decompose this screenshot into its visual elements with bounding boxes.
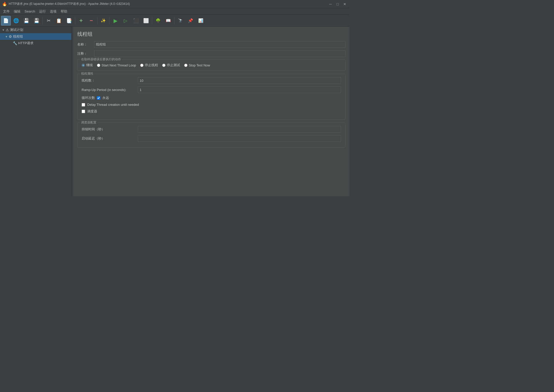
loop-count-row: 循环次数 永远: [82, 96, 341, 100]
radio-start-next-loop-input[interactable]: [97, 64, 100, 67]
duration-input[interactable]: [138, 126, 341, 133]
toolbar-function-helper[interactable]: 📊: [196, 16, 206, 26]
toolbar-sep-1: [42, 17, 43, 25]
toolbar-copy[interactable]: 📋: [54, 16, 64, 26]
content-area: 线程组 名称： 注释： 在取样器错误后要执行的动作 继续 Start Next …: [73, 27, 349, 196]
test-plan-icon: ⚠: [6, 28, 9, 32]
start-delay-input[interactable]: [138, 135, 341, 142]
ramp-up-label: Ramp-Up Period (in seconds):: [82, 88, 138, 92]
radio-continue-input[interactable]: [82, 64, 85, 67]
start-delay-label: 启动延迟（秒）: [82, 136, 138, 141]
radio-stop-test[interactable]: 停止测试: [162, 63, 180, 67]
title-bar-left: 🔥 HTTP请求.jmx (E:\apache-jmeter-4.0\bin\H…: [2, 2, 130, 6]
http-request-label: HTTP请求: [18, 41, 34, 45]
toolbar-binoculars[interactable]: 🔭: [175, 16, 185, 26]
app-icon: 🔥: [2, 2, 7, 6]
thread-group-icon: ⚙: [9, 34, 12, 39]
toolbar-sep-2: [75, 17, 75, 25]
start-delay-row: 启动延迟（秒）: [82, 135, 341, 142]
radio-stop-test-input[interactable]: [162, 64, 165, 67]
tree-toggle-thread-group[interactable]: ▼: [5, 35, 9, 38]
toolbar-start-no-pause[interactable]: ▷: [121, 16, 130, 26]
toolbar-stop-pause[interactable]: ⬛: [131, 16, 141, 26]
toolbar-remove[interactable]: −: [86, 16, 96, 26]
radio-start-next-loop-label: Start Next Thread Loop: [102, 63, 136, 67]
radio-start-next-loop[interactable]: Start Next Thread Loop: [97, 63, 136, 67]
delay-thread-row: Delay Thread creation until needed: [82, 103, 341, 107]
title-bar-controls: ─ □ ✕: [328, 2, 347, 7]
radio-continue-label: 继续: [86, 63, 93, 67]
toolbar-remote-start[interactable]: 📌: [186, 16, 195, 26]
toolbar-results-tree[interactable]: 🌳: [153, 16, 163, 26]
menu-help[interactable]: 帮助: [59, 9, 69, 14]
test-plan-label: 测试计划: [10, 28, 23, 32]
thread-count-input[interactable]: [138, 77, 341, 84]
toolbar-save[interactable]: 💾: [32, 16, 41, 26]
toolbar-sep-6: [174, 17, 174, 25]
toolbar-cut[interactable]: ✂: [44, 16, 53, 26]
error-action-radio-group: 继续 Start Next Thread Loop 停止线程 停止测试 Stop…: [82, 63, 341, 67]
title-text: HTTP请求.jmx (E:\apache-jmeter-4.0\bin\HTT…: [9, 2, 130, 6]
toolbar-sep-5: [152, 17, 152, 25]
close-button[interactable]: ✕: [342, 2, 347, 7]
comment-row: 注释：: [77, 50, 345, 57]
menu-edit[interactable]: 编辑: [12, 9, 23, 14]
title-bar: 🔥 HTTP请求.jmx (E:\apache-jmeter-4.0\bin\H…: [0, 0, 349, 8]
sidebar-item-thread-group[interactable]: ▼ ⚙ 线程组: [0, 33, 71, 40]
toolbar-paste[interactable]: 📑: [64, 16, 74, 26]
name-input[interactable]: [94, 41, 345, 48]
radio-continue[interactable]: 继续: [82, 63, 93, 67]
toolbar: 📄 🌐 💾 💾 ✂ 📋 📑 + − ✨ ▶ ▷ ⬛ ⬜ 🌳 📖 🔭 📌 📊: [0, 15, 349, 27]
scheduler-row: 调度器: [82, 109, 341, 114]
toolbar-log-viewer[interactable]: 📖: [163, 16, 173, 26]
delay-thread-label: Delay Thread creation until needed: [87, 103, 139, 107]
radio-stop-test-now-input[interactable]: [184, 64, 187, 67]
radio-stop-thread-input[interactable]: [140, 64, 143, 67]
scheduler-checkbox[interactable]: [82, 110, 85, 113]
main-layout: ▼ ⚠ 测试计划 ▼ ⚙ 线程组 ▶ 🔧 HTTP请求 ⋮ 线程组 名称： 注释…: [0, 27, 349, 196]
error-action-group: 在取样器错误后要执行的动作 继续 Start Next Thread Loop …: [77, 60, 345, 71]
radio-stop-test-label: 停止测试: [167, 63, 180, 67]
thread-count-row: 线程数：: [82, 77, 341, 84]
toolbar-open[interactable]: 🌐: [11, 16, 21, 26]
radio-stop-thread[interactable]: 停止线程: [140, 63, 158, 67]
sidebar-item-http-request[interactable]: ▶ 🔧 HTTP请求: [0, 40, 71, 47]
thread-props-group: 线程属性 线程数： Ramp-Up Period (in seconds): 循…: [77, 74, 345, 120]
name-row: 名称：: [77, 41, 345, 48]
toolbar-sep-3: [97, 17, 97, 25]
toolbar-start[interactable]: ▶: [110, 16, 120, 26]
ramp-up-input[interactable]: [138, 86, 341, 93]
menu-file[interactable]: 文件: [1, 9, 12, 14]
menu-bar: 文件 编辑 Search 运行 选项 帮助: [0, 8, 349, 15]
duration-label: 持续时间（秒）: [82, 127, 138, 132]
loop-count-label: 循环次数: [82, 96, 95, 100]
delay-thread-checkbox[interactable]: [82, 103, 85, 107]
comment-label: 注释：: [77, 51, 93, 56]
name-label: 名称：: [77, 42, 93, 47]
thread-props-title: 线程属性: [80, 72, 94, 76]
toolbar-add[interactable]: +: [76, 16, 86, 26]
radio-stop-test-now-label: Stop Test Now: [189, 63, 210, 67]
duration-row: 持续时间（秒）: [82, 126, 341, 133]
toolbar-save-template[interactable]: 💾: [21, 16, 31, 26]
error-action-title: 在取样器错误后要执行的动作: [80, 57, 122, 62]
radio-stop-thread-label: 停止线程: [145, 63, 158, 67]
scheduler-config-title: 调度器配置: [80, 120, 97, 125]
sidebar-item-test-plan[interactable]: ▼ ⚠ 测试计划: [0, 27, 71, 33]
minimize-button[interactable]: ─: [328, 2, 333, 7]
maximize-button[interactable]: □: [335, 2, 340, 7]
radio-stop-test-now[interactable]: Stop Test Now: [184, 63, 210, 67]
toolbar-clear[interactable]: ✨: [98, 16, 108, 26]
scheduler-config-group: 调度器配置 持续时间（秒） 启动延迟（秒）: [77, 123, 345, 148]
comment-input[interactable]: [94, 50, 345, 57]
menu-search[interactable]: Search: [23, 9, 37, 14]
tree-toggle-http: ▶: [9, 42, 13, 45]
forever-checkbox[interactable]: [97, 96, 100, 100]
tree-toggle-test-plan[interactable]: ▼: [2, 29, 6, 31]
toolbar-new[interactable]: 📄: [1, 16, 11, 26]
menu-run[interactable]: 运行: [37, 9, 48, 14]
thread-group-label: 线程组: [13, 34, 23, 39]
menu-options[interactable]: 选项: [48, 9, 59, 14]
scheduler-label: 调度器: [87, 109, 97, 114]
toolbar-stop[interactable]: ⬜: [141, 16, 151, 26]
